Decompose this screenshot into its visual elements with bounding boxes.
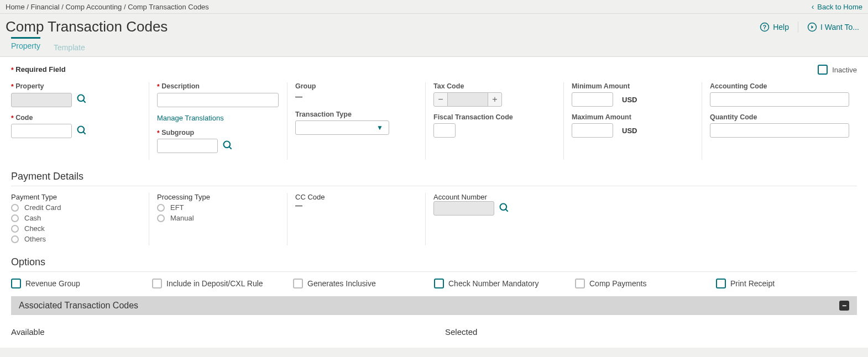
checkbox-icon[interactable]	[818, 65, 828, 75]
manage-translations-link[interactable]: Manage Translations	[157, 114, 224, 122]
search-icon[interactable]	[76, 125, 87, 138]
quantity-code-input[interactable]	[710, 123, 849, 138]
accounting-code-input[interactable]	[710, 92, 849, 107]
account-number-input[interactable]	[433, 201, 494, 216]
currency-label: USD	[622, 127, 637, 135]
checkbox-icon[interactable]	[434, 279, 444, 288]
radio-icon	[11, 235, 19, 243]
payment-type-others[interactable]: Others	[11, 235, 141, 243]
search-icon[interactable]	[222, 140, 233, 153]
caret-down-icon: ▼	[377, 124, 383, 132]
stepper-plus-button[interactable]: +	[488, 92, 502, 107]
option-print-receipt[interactable]: Print Receipt	[716, 279, 849, 288]
transaction-type-label: Transaction Type	[295, 111, 417, 118]
arrow-circle-icon	[807, 22, 817, 32]
min-amount-input[interactable]	[572, 92, 613, 107]
stepper-minus-button[interactable]: −	[433, 92, 448, 107]
svg-line-6	[83, 132, 86, 134]
tab-template[interactable]: Template	[54, 39, 85, 56]
back-to-home-link[interactable]: ‹ Back to Home	[812, 2, 862, 11]
breadcrumb-financial[interactable]: Financial	[31, 3, 60, 11]
svg-point-7	[224, 141, 231, 148]
selected-label: Selected	[445, 327, 857, 337]
cc-code-value: —	[295, 201, 417, 209]
payment-type-credit[interactable]: Credit Card	[11, 203, 141, 212]
checkbox-icon[interactable]	[293, 279, 303, 288]
tax-code-input[interactable]	[448, 92, 488, 107]
payment-type-cash[interactable]: Cash	[11, 214, 141, 222]
radio-icon	[11, 204, 19, 212]
subgroup-label: Subgroup	[161, 129, 194, 136]
radio-icon	[157, 214, 165, 222]
option-revenue-group[interactable]: Revenue Group	[11, 279, 144, 288]
transaction-type-select[interactable]: ▼	[295, 120, 389, 135]
svg-point-3	[78, 95, 85, 102]
option-comp-payments[interactable]: Comp Payments	[575, 279, 708, 288]
fiscal-trx-label: Fiscal Transaction Code	[433, 113, 556, 121]
svg-line-10	[506, 209, 508, 211]
cc-code-label: CC Code	[295, 193, 325, 201]
collapse-icon[interactable]: −	[839, 301, 849, 311]
payment-type-check[interactable]: Check	[11, 224, 141, 233]
available-label: Available	[11, 327, 423, 337]
i-want-to-link[interactable]: I Want To...	[807, 22, 859, 32]
radio-icon	[157, 204, 165, 212]
required-field-note: * Required Field	[11, 65, 66, 74]
property-input[interactable]	[11, 93, 72, 107]
option-include-deposit[interactable]: Include in Deposit/CXL Rule	[152, 279, 285, 288]
processing-type-eft[interactable]: EFT	[157, 203, 279, 212]
accounting-code-label: Accounting Code	[710, 82, 849, 90]
svg-point-9	[500, 203, 507, 210]
processing-type-label: Processing Type	[157, 193, 210, 201]
quantity-code-label: Quantity Code	[710, 113, 849, 121]
processing-type-manual[interactable]: Manual	[157, 214, 279, 222]
svg-line-8	[229, 146, 232, 149]
currency-label: USD	[622, 96, 637, 104]
property-label: Property	[15, 82, 44, 90]
min-amount-label: Minimum Amount	[572, 82, 694, 90]
group-value: —	[295, 92, 302, 101]
breadcrumb: Home / Financial / Comp Accounting / Com…	[6, 3, 209, 11]
back-to-home-label: Back to Home	[817, 3, 862, 11]
breadcrumb-current: Comp Transaction Codes	[128, 3, 209, 11]
svg-line-4	[83, 101, 86, 103]
page-title: Comp Transaction Codes	[6, 18, 168, 35]
breadcrumb-compacct[interactable]: Comp Accounting	[65, 3, 122, 11]
description-label: Description	[161, 82, 200, 90]
description-input[interactable]	[157, 93, 279, 107]
code-input[interactable]	[11, 124, 72, 138]
subgroup-input[interactable]	[157, 139, 218, 153]
search-icon[interactable]	[499, 202, 510, 215]
tax-code-label: Tax Code	[433, 82, 556, 90]
checkbox-icon[interactable]	[716, 279, 726, 288]
help-icon: ?	[760, 22, 770, 32]
option-check-number-mandatory[interactable]: Check Number Mandatory	[434, 279, 567, 288]
svg-text:?: ?	[763, 23, 766, 30]
help-link[interactable]: ? Help	[760, 22, 789, 32]
chevron-left-icon: ‹	[812, 2, 814, 11]
code-label: Code	[15, 114, 33, 122]
checkbox-icon[interactable]	[11, 279, 21, 288]
associated-codes-header[interactable]: Associated Transaction Codes −	[11, 296, 857, 315]
search-icon[interactable]	[76, 93, 87, 106]
breadcrumb-home[interactable]: Home	[6, 3, 25, 11]
group-label: Group	[295, 82, 417, 90]
checkbox-icon[interactable]	[152, 279, 162, 288]
fiscal-trx-input[interactable]	[433, 123, 456, 138]
payment-details-heading: Payment Details	[11, 171, 857, 182]
payment-type-label: Payment Type	[11, 193, 57, 201]
svg-point-5	[78, 126, 85, 133]
radio-icon	[11, 225, 19, 233]
option-generates-inclusive[interactable]: Generates Inclusive	[293, 279, 426, 288]
tax-code-stepper[interactable]: − +	[433, 92, 556, 107]
max-amount-input[interactable]	[572, 123, 613, 138]
max-amount-label: Maximum Amount	[572, 113, 694, 121]
tab-property[interactable]: Property	[11, 37, 40, 56]
inactive-checkbox[interactable]: Inactive	[818, 65, 857, 75]
checkbox-icon[interactable]	[575, 279, 585, 288]
options-heading: Options	[11, 256, 857, 268]
account-number-label: Account Number	[433, 193, 487, 201]
radio-icon	[11, 214, 19, 222]
